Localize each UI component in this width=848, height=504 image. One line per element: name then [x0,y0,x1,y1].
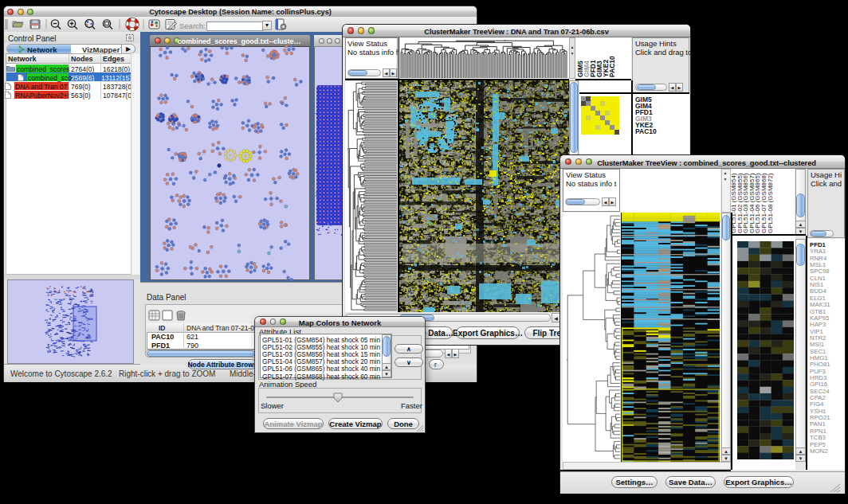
svg-text:GPL51-08 (GSM872): GPL51-08 (GSM872) [767,173,774,233]
svg-text:PAC10: PAC10 [608,56,616,77]
